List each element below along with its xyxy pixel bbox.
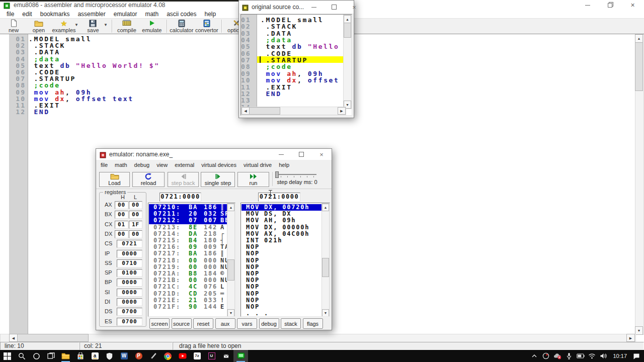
popup-maximize-button[interactable] <box>324 1 344 14</box>
disassembly-row[interactable]: NOP <box>242 291 323 297</box>
taskbar-start-button[interactable] <box>0 350 15 362</box>
scroll-thumb[interactable] <box>227 259 234 281</box>
menu-item-ascii-codes[interactable]: ascii codes <box>163 11 200 18</box>
popup-source-view[interactable]: 01.MODEL small02 .STACK03 .DATA04 ;data0… <box>240 14 352 116</box>
code-line[interactable]: .DATA <box>261 30 292 37</box>
taskbar-snip-pen-button[interactable] <box>146 350 160 362</box>
emulator-window[interactable]: emulator: noname.exe_×filemathdebugviewe… <box>96 148 332 330</box>
emulate-button[interactable]: emulate <box>139 19 165 34</box>
disassembly-row[interactable]: NOP <box>242 270 323 277</box>
taskbar-explorer-button[interactable] <box>58 350 73 362</box>
emulator-maximize-button[interactable] <box>291 149 311 160</box>
calculator-button[interactable]: calculator <box>169 19 194 34</box>
scroll-left-button[interactable]: ◀ <box>242 107 250 115</box>
code-line[interactable]: .STACK <box>29 42 65 49</box>
compile-button[interactable]: compile <box>114 19 139 34</box>
scroll-down-button[interactable]: ▼ <box>227 309 234 317</box>
disassembly-address-field[interactable]: 0721:0000 <box>258 193 300 202</box>
taskbar-word-button[interactable]: W <box>117 350 131 362</box>
emulator-menu-file[interactable]: file <box>97 162 111 168</box>
disassembly-row[interactable]: INT 021h <box>242 237 323 244</box>
code-line[interactable]: mov ah, 09h <box>261 70 324 77</box>
taskbar-store-button[interactable] <box>73 350 88 362</box>
memory-row[interactable]: 07213:8E142Ä <box>149 224 228 231</box>
scroll-right-button[interactable]: ▶ <box>338 107 346 115</box>
register-BP-field[interactable]: 0000 <box>117 279 142 287</box>
memory-row[interactable]: 07214:DA218┌ <box>149 231 228 237</box>
tray-mic-button[interactable] <box>563 350 575 362</box>
register-DX-low-field[interactable]: 00 <box>129 230 142 238</box>
popup-titlebar[interactable]: original source co...× <box>239 1 354 14</box>
code-line[interactable]: .DATA <box>29 49 60 55</box>
emulator-minimize-button[interactable] <box>271 149 291 160</box>
aux-button[interactable]: aux <box>215 318 235 329</box>
register-ES-field[interactable]: 0700 <box>117 318 142 326</box>
disassembly-row[interactable]: NOP <box>242 244 323 250</box>
disassembly-row[interactable]: NOP <box>242 304 323 310</box>
disassembly-row[interactable]: NOP <box>242 250 323 257</box>
register-SS-field[interactable]: 0710 <box>117 259 142 267</box>
code-line[interactable]: text db "Hello World! $" <box>29 62 160 69</box>
popup-close-button[interactable]: × <box>344 1 364 14</box>
source-button[interactable]: source <box>172 318 192 329</box>
scroll-up-button[interactable]: ▲ <box>227 204 234 211</box>
close-button[interactable]: × <box>621 0 644 10</box>
scroll-up-button[interactable]: ▲ <box>322 204 329 211</box>
examples-dropdown-caret[interactable]: ▼ <box>74 23 78 27</box>
code-line[interactable]: .MODEL small <box>29 36 92 42</box>
memory-row[interactable]: 07216:09009TA <box>149 244 228 250</box>
register-DX-high-field[interactable]: 00 <box>115 230 128 238</box>
menu-item-math[interactable]: math <box>141 11 163 18</box>
register-DS-field[interactable]: 0700 <box>117 308 142 316</box>
code-line[interactable]: mov dx, offset text <box>29 96 134 102</box>
memory-row[interactable]: 0721D:CD205═ <box>149 291 228 297</box>
vars-button[interactable]: vars <box>237 318 257 329</box>
taskbar-emu8086-button[interactable] <box>233 350 248 362</box>
taskbar-defender-button[interactable] <box>102 350 117 362</box>
disassembly-row[interactable]: MOV DS, DX <box>242 211 323 217</box>
scroll-down-button[interactable]: ▼ <box>322 309 329 317</box>
new-button[interactable]: new <box>1 19 26 34</box>
disassembly-row[interactable]: MOV AH, 09h <box>242 217 323 224</box>
code-line[interactable]: .EXIT <box>261 84 292 90</box>
scroll-right-button[interactable]: ▶ <box>626 334 635 342</box>
code-line[interactable]: .EXIT <box>29 102 60 109</box>
disassembly-panel[interactable]: MOV DX, 00720hMOV DS, DXMOV AH, 09hMOV D… <box>240 203 330 317</box>
taskbar-search-button[interactable] <box>15 350 29 362</box>
emulator-menu-view[interactable]: view <box>153 162 171 168</box>
code-line[interactable]: ;data <box>29 56 60 62</box>
memory-row[interactable]: 07211:20032SP <box>149 211 228 217</box>
open-button[interactable]: open <box>26 19 51 34</box>
taskbar-ide-button[interactable]: U <box>204 350 219 362</box>
disassembly-row[interactable]: MOV AX, 04C00h <box>242 231 323 237</box>
reset-button[interactable]: reset <box>193 318 213 329</box>
menu-item-emulator[interactable]: emulator <box>110 11 141 18</box>
scroll-thumb[interactable] <box>344 23 351 38</box>
emulator-menu-virtual-devices[interactable]: virtual devices <box>198 162 240 168</box>
code-line[interactable]: ;data <box>261 37 292 43</box>
disassembly-row[interactable]: NOP <box>242 264 323 270</box>
memory-row[interactable]: 0721A:B8184© <box>149 270 228 277</box>
memory-row[interactable]: 07218:00000NU <box>149 257 228 264</box>
scroll-up-button[interactable]: ▲ <box>344 15 351 23</box>
debug-button[interactable]: debug <box>259 318 279 329</box>
tray-battery-button[interactable] <box>575 350 586 362</box>
popup-minimize-button[interactable] <box>304 1 324 14</box>
memory-row[interactable]: 07210:BA186║ <box>149 204 228 211</box>
code-line[interactable]: END <box>29 109 50 115</box>
disassembly-row[interactable]: NOP <box>242 297 323 304</box>
scroll-down-button[interactable]: ▼ <box>635 326 643 335</box>
disassembly-row[interactable]: NOP <box>242 257 323 264</box>
save-button[interactable]: save <box>80 19 106 34</box>
memory-row[interactable]: 07217:BA186║ <box>149 250 228 257</box>
memory-address-field[interactable]: 0721:0000 <box>159 193 201 202</box>
memory-row[interactable]: 0721F:90144É <box>149 304 228 310</box>
register-CS-field[interactable]: 0721 <box>117 240 142 248</box>
register-DI-field[interactable]: 0000 <box>117 298 142 306</box>
memory-panel[interactable]: 07210:BA186║07211:20032SP07212:07007BE07… <box>148 203 235 317</box>
screen-button[interactable]: screen <box>149 318 170 329</box>
menu-item-help[interactable]: help <box>201 11 220 18</box>
code-line[interactable]: ;code <box>261 63 292 70</box>
taskbar-chrome-button[interactable] <box>160 350 175 362</box>
run-button[interactable]: run <box>237 172 269 187</box>
